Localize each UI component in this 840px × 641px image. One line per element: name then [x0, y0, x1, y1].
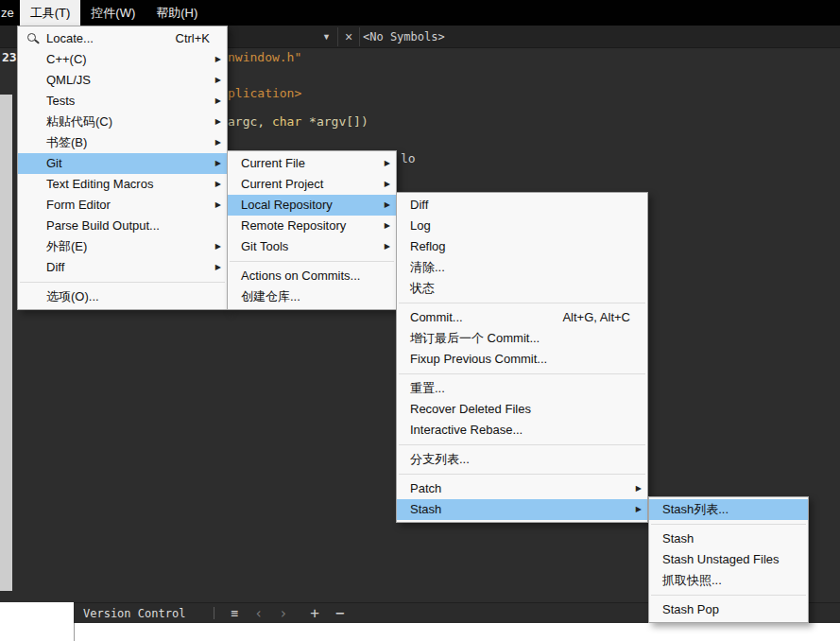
menu-item-icon-gutter [20, 113, 46, 130]
menubar-item-help[interactable]: 帮助(H) [146, 0, 208, 26]
menu-item-amend-last-commit[interactable]: 增订最后一个 Commit... [397, 328, 647, 349]
menu-item-log[interactable]: Log [397, 216, 647, 236]
menu-item-icon-gutter [20, 217, 46, 234]
menu-item-bookmarks[interactable]: 书签(B)▶ [18, 132, 227, 153]
menu-item-icon-gutter [399, 401, 410, 418]
menu-item-label: 状态 [410, 278, 630, 299]
menu-item-icon-gutter [651, 501, 662, 518]
menu-item-recover-deleted-files[interactable]: Recover Deleted Files [397, 399, 647, 420]
menu-item-git-tools[interactable]: Git Tools▶ [228, 236, 396, 257]
menu-item-icon-gutter [399, 197, 410, 214]
menu-item-stash-unstaged-files[interactable]: Stash Unstaged Files [649, 549, 808, 570]
dropdown-arrow-icon[interactable]: ▼ [322, 32, 331, 42]
menu-item-icon-gutter [20, 51, 46, 68]
tools-menu: Locate...Ctrl+KC++(C)▶QML/JS▶Tests▶粘贴代码(… [17, 26, 228, 310]
search-icon [20, 30, 46, 47]
menubar-item-tools[interactable]: 工具(T) [20, 0, 81, 26]
menu-item-icon-gutter [651, 601, 662, 618]
menu-item-label: Remote Repository [241, 216, 379, 236]
menu-item-label: Current File [241, 153, 379, 174]
menu-item-label: Stash列表... [662, 499, 791, 520]
code-line-include-2: plication> [228, 86, 301, 100]
menu-item-fixup-previous-commit[interactable]: Fixup Previous Commit... [397, 349, 647, 370]
menubar-item-widgets[interactable]: 控件(W) [80, 0, 146, 26]
menu-item-local-repository[interactable]: Local Repository▶ [228, 195, 396, 216]
menu-separator [651, 524, 806, 525]
menu-item-icon-gutter [399, 422, 410, 439]
menu-item-parse-build-output[interactable]: Parse Build Output... [18, 216, 227, 236]
menu-item-text-editing-macros[interactable]: Text Editing Macros▶ [18, 174, 227, 195]
menu-item-label: 清除... [410, 257, 630, 278]
back-icon[interactable]: ‹ [254, 603, 263, 624]
menu-item-branch-list[interactable]: 分支列表... [397, 449, 647, 470]
menubar: ze 工具(T) 控件(W) 帮助(H) [0, 0, 840, 26]
menu-item-icon-gutter [399, 309, 410, 326]
menu-item-form-editor[interactable]: Form Editor▶ [18, 195, 227, 216]
submenu-arrow-icon: ▶ [379, 195, 390, 216]
menu-item-label: Patch [410, 478, 630, 499]
menu-item-take-snapshot[interactable]: 抓取快照... [649, 570, 808, 591]
menu-item-actions-on-commits[interactable]: Actions on Commits... [228, 266, 396, 286]
menu-item-label: Current Project [241, 174, 379, 195]
menu-item-options[interactable]: 选项(O)... [18, 286, 227, 307]
menu-item-icon-gutter [230, 155, 241, 172]
menu-item-interactive-rebase[interactable]: Interactive Rebase... [397, 420, 647, 441]
filter-icon[interactable]: ≡ [231, 603, 238, 624]
menu-item-label: Recover Deleted Files [410, 399, 630, 420]
window-edge-line [74, 623, 75, 641]
symbols-combobox[interactable]: <No Symbols> [363, 30, 445, 43]
menu-item-stash-list[interactable]: Stash列表... [649, 499, 808, 520]
menu-item-label: 书签(B) [46, 132, 210, 153]
menubar-partial-item[interactable]: ze [0, 0, 20, 26]
menu-item-label: Stash [410, 499, 630, 520]
menu-item-icon-gutter [20, 72, 46, 89]
menu-item-qml-js[interactable]: QML/JS▶ [18, 70, 227, 91]
menu-separator [651, 595, 806, 596]
menu-item-diff[interactable]: Diff [397, 195, 647, 216]
menu-item-commit[interactable]: Commit...Alt+G, Alt+C [397, 307, 647, 328]
zoom-out-icon[interactable]: − [335, 603, 345, 624]
menu-item-icon-gutter [399, 351, 410, 368]
menu-item-reflog[interactable]: Reflog [397, 236, 647, 257]
menu-item-icon-gutter [399, 480, 410, 497]
menu-item-external[interactable]: 外部(E)▶ [18, 236, 227, 257]
menu-item-reset[interactable]: 重置... [397, 378, 647, 399]
menu-item-patch[interactable]: Patch▶ [397, 478, 647, 499]
menu-item-label: C++(C) [46, 49, 210, 70]
menu-item-stash[interactable]: Stash [649, 528, 808, 549]
menu-item-git[interactable]: Git▶ [18, 153, 227, 174]
output-pane-title: Version Control [83, 607, 185, 620]
submenu-arrow-icon: ▶ [210, 153, 221, 174]
menu-item-cpp[interactable]: C++(C)▶ [18, 49, 227, 70]
menu-item-icon-gutter [230, 238, 241, 255]
menu-item-stash[interactable]: Stash▶ [397, 499, 647, 520]
menu-item-remote-repository[interactable]: Remote Repository▶ [228, 216, 396, 236]
menu-item-status[interactable]: 状态 [397, 278, 647, 299]
menu-item-tests[interactable]: Tests▶ [18, 91, 227, 112]
code-text: *argv[]) [301, 114, 368, 129]
forward-icon[interactable]: › [279, 603, 287, 624]
menu-item-label: Reflog [410, 236, 630, 257]
menu-item-clean[interactable]: 清除... [397, 257, 647, 278]
menu-item-label: Parse Build Output... [46, 216, 210, 236]
menu-item-paste-code[interactable]: 粘贴代码(C)▶ [18, 112, 227, 132]
submenu-arrow-icon: ▶ [210, 195, 221, 216]
close-icon[interactable]: × [337, 27, 360, 46]
submenu-arrow-icon: ▶ [210, 132, 221, 153]
menu-item-current-project[interactable]: Current Project▶ [228, 174, 396, 195]
menu-item-icon-gutter [20, 176, 46, 193]
menu-item-current-file[interactable]: Current File▶ [228, 153, 396, 174]
menu-item-locate[interactable]: Locate...Ctrl+K [18, 28, 227, 49]
menu-item-icon-gutter [20, 259, 46, 276]
menu-item-stash-pop[interactable]: Stash Pop [649, 599, 808, 620]
menu-item-create-repository[interactable]: 创建仓库... [228, 286, 396, 307]
zoom-in-icon[interactable]: + [310, 603, 319, 624]
menu-item-icon-gutter [230, 197, 241, 214]
code-text: argc, [228, 114, 272, 129]
menu-item-label: 抓取快照... [662, 570, 791, 591]
menu-item-icon-gutter [399, 380, 410, 397]
code-line-fragment: lo [401, 151, 416, 165]
menu-item-label: Text Editing Macros [46, 174, 210, 195]
menu-item-diff[interactable]: Diff▶ [18, 257, 227, 278]
menu-item-icon-gutter [20, 134, 46, 151]
